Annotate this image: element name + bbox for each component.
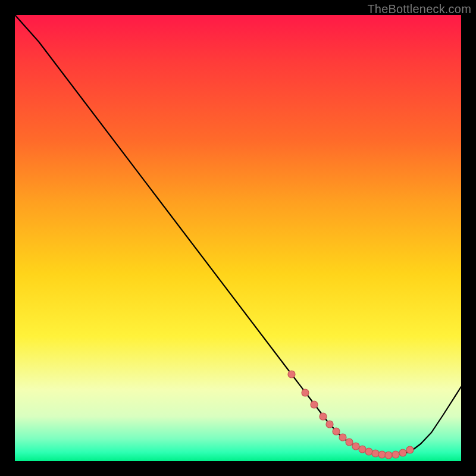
chart-root: TheBottleneck.com [0,0,476,476]
svg-point-10 [365,448,372,455]
bottleneck-curve [15,15,461,455]
svg-point-2 [311,401,318,408]
svg-point-9 [359,446,366,453]
svg-point-16 [406,446,414,453]
svg-point-14 [392,451,399,458]
svg-point-0 [288,371,295,378]
svg-point-12 [378,451,386,458]
chart-overlay [15,15,461,461]
svg-point-3 [320,413,327,420]
svg-point-7 [346,439,353,446]
svg-point-6 [339,434,346,441]
svg-point-11 [372,450,379,457]
svg-point-8 [352,443,359,450]
svg-point-13 [385,452,392,459]
data-dots [288,371,414,459]
svg-point-1 [302,389,309,396]
svg-point-15 [399,449,406,456]
watermark-label: TheBottleneck.com [367,2,471,16]
svg-point-5 [333,428,340,435]
svg-point-4 [326,421,333,428]
plot-area [15,15,461,461]
